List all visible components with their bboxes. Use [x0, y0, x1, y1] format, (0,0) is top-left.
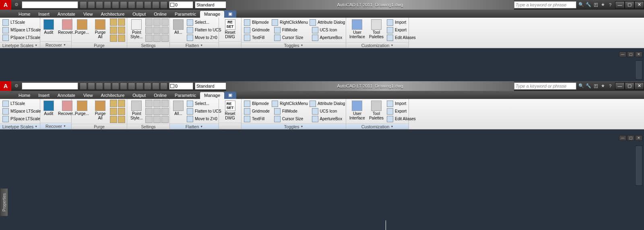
move-z0-button[interactable]: Move to Z=0	[186, 34, 222, 41]
flatten-all-button[interactable]: All...	[171, 18, 185, 35]
panel-title-recover[interactable]: Recover▼	[40, 41, 71, 48]
qat-btn[interactable]	[80, 82, 87, 90]
workspace-combo[interactable]	[22, 1, 78, 8]
textstyle-combo[interactable]: Standard	[195, 1, 226, 8]
workspace-combo-2[interactable]	[22, 82, 78, 90]
userinterface-button[interactable]: User Interface	[348, 18, 367, 40]
star-icon[interactable]: ★	[600, 2, 606, 8]
tab-focus-icon[interactable]: ▣	[224, 10, 236, 18]
quick-access-toolbar	[80, 1, 167, 8]
properties-palette-tab[interactable]: Properties	[0, 188, 8, 216]
gear-icon-2[interactable]: ⚙	[13, 82, 20, 90]
tab-online[interactable]: Online	[150, 11, 171, 18]
gridmode-button[interactable]: Gridmode	[243, 26, 273, 34]
search-input[interactable]: Type a keyword or phrase	[514, 1, 576, 8]
tab-parametric[interactable]: Parametric	[171, 11, 200, 18]
qat-bulb-icon[interactable]	[160, 1, 167, 8]
ortho-icon[interactable]	[153, 27, 161, 34]
drawing-canvas[interactable]: —▢✕	[0, 129, 644, 230]
qat-new-icon[interactable]	[80, 1, 87, 8]
binoculars-icon[interactable]: 🔍	[578, 2, 584, 8]
qat-props-icon[interactable]	[144, 1, 151, 8]
textfill-button[interactable]: TextFill	[243, 34, 273, 41]
close-button[interactable]: ✕	[634, 1, 644, 8]
purge-blocks-icon[interactable]	[110, 18, 117, 26]
help-icon[interactable]: ?	[607, 2, 613, 8]
flatten-ucs-button[interactable]: Flatten to UCS	[186, 26, 222, 34]
dyn-icon[interactable]	[153, 35, 161, 42]
navbar[interactable]	[635, 60, 642, 80]
pspace-ltscale-button[interactable]: PSpace LTScale	[2, 34, 41, 41]
qat-layers-icon[interactable]	[136, 1, 143, 8]
editaliases-button[interactable]: Edit Aliases	[386, 34, 417, 41]
qat-save-icon[interactable]	[96, 1, 103, 8]
wrench-icon[interactable]: 🔧	[585, 2, 592, 8]
polar-icon[interactable]	[161, 27, 169, 34]
panel-title-flatten[interactable]: Flatten▼	[170, 42, 219, 48]
gear-icon[interactable]: ⚙	[13, 1, 20, 8]
app-logo-icon[interactable]: A	[0, 0, 11, 10]
toolpalettes-button[interactable]: Tool Palettes	[367, 18, 385, 40]
docwin-close-icon[interactable]: ✕	[635, 51, 642, 57]
tab-annotate[interactable]: Annotate	[54, 11, 79, 18]
audit-button[interactable]: Audit	[42, 18, 56, 35]
resetdwg-button[interactable]: RESETReset DWG	[221, 18, 239, 40]
tab-home[interactable]: Home	[14, 11, 34, 18]
qat-open-icon[interactable]	[88, 1, 95, 8]
app-logo-icon-2[interactable]: A	[0, 81, 11, 91]
panel-title-ltscales[interactable]: Linetype Scales▼	[0, 42, 40, 48]
rightclickmenu-button[interactable]: RightClickMenu	[271, 18, 309, 26]
maximize-button[interactable]: ▢	[625, 1, 634, 8]
snap-icon[interactable]	[161, 18, 169, 26]
textstyle-combo-2[interactable]: Standard	[195, 82, 226, 90]
layer-combo-2[interactable]: 0	[169, 82, 193, 90]
tab-architecture[interactable]: Architecture	[97, 11, 129, 18]
fillmode-button[interactable]: FillMode	[273, 26, 311, 34]
units-icon[interactable]	[145, 18, 153, 26]
purge-mats-icon[interactable]	[118, 35, 125, 42]
docwin-min-icon[interactable]: —	[619, 51, 626, 57]
minimize-button-2[interactable]: —	[615, 82, 625, 90]
ucsicon-button[interactable]: UCS Icon	[311, 26, 344, 34]
export-button[interactable]: Export	[386, 26, 417, 34]
import-button[interactable]: Import	[386, 18, 417, 26]
cursorsize-button[interactable]: Cursor Size	[273, 34, 311, 41]
qat-undo-icon[interactable]	[104, 1, 111, 8]
tab-output[interactable]: Output	[128, 11, 150, 18]
docwin-max-icon[interactable]: ▢	[627, 51, 634, 57]
blipmode-button[interactable]: Blipmode	[243, 18, 271, 26]
panel-title-customization[interactable]: Customization▼	[346, 42, 409, 48]
purgeall-button[interactable]: Purge All	[91, 18, 109, 40]
pointstyle-button[interactable]: Point Style...	[129, 18, 144, 40]
qat-redo-icon[interactable]	[112, 1, 119, 8]
qat-sun-icon[interactable]	[152, 1, 159, 8]
mspace-ltscale-button[interactable]: MSpace LTScale	[2, 26, 41, 34]
purge-layers-icon[interactable]	[118, 18, 125, 26]
grid-icon[interactable]	[145, 27, 153, 34]
flatten-select-button[interactable]: Select...	[186, 18, 222, 26]
lwt-icon[interactable]	[161, 35, 169, 42]
osnap-icon[interactable]	[145, 35, 153, 42]
minimize-button[interactable]: —	[615, 1, 625, 8]
tab-manage[interactable]: Manage	[200, 11, 224, 18]
purge-dims-icon[interactable]	[110, 35, 117, 42]
attrdialog-button[interactable]: Attribute Dialog	[309, 18, 344, 26]
ltscale-button[interactable]: LTScale	[2, 18, 41, 26]
layer-combo[interactable]: 0	[169, 1, 193, 8]
aperturebox-button[interactable]: ApertureBox	[311, 34, 344, 41]
purge-button[interactable]: Purge...	[73, 18, 91, 35]
maximize-button-2[interactable]: ▢	[625, 82, 634, 90]
panel-title-toggles[interactable]: Toggles▼	[242, 42, 346, 48]
tab-view[interactable]: View	[79, 11, 97, 18]
purge-styles-icon[interactable]	[118, 27, 125, 34]
drawing-canvas-strip[interactable]: — ▢ ✕	[0, 48, 644, 81]
navbar-2[interactable]	[635, 146, 642, 186]
limits-icon[interactable]	[153, 18, 161, 26]
key-icon[interactable]: ⚿	[592, 2, 599, 8]
close-button-2[interactable]: ✕	[634, 82, 644, 90]
qat-plot-icon[interactable]	[128, 1, 135, 8]
qat-print-icon[interactable]	[120, 1, 127, 8]
purge-ltypes-icon[interactable]	[110, 27, 117, 34]
search-input-2[interactable]: Type a keyword or phrase	[514, 82, 576, 90]
tab-insert[interactable]: Insert	[34, 11, 54, 18]
